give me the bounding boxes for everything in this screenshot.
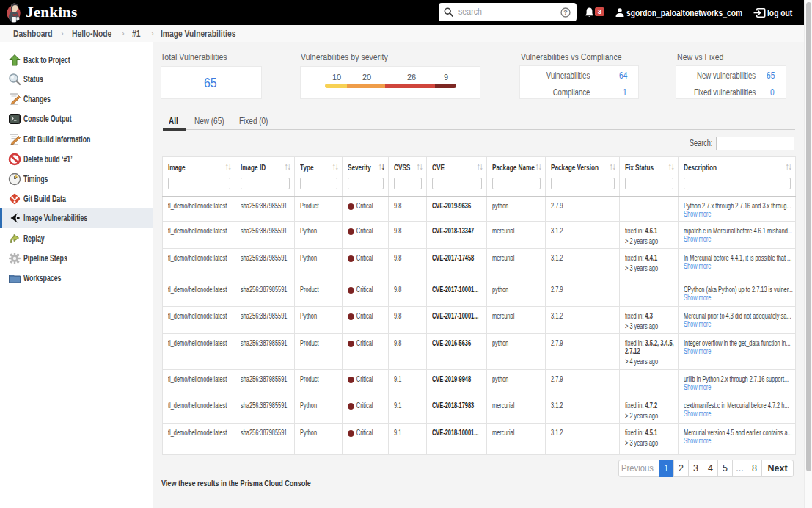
- svg-text:?: ?: [563, 9, 568, 16]
